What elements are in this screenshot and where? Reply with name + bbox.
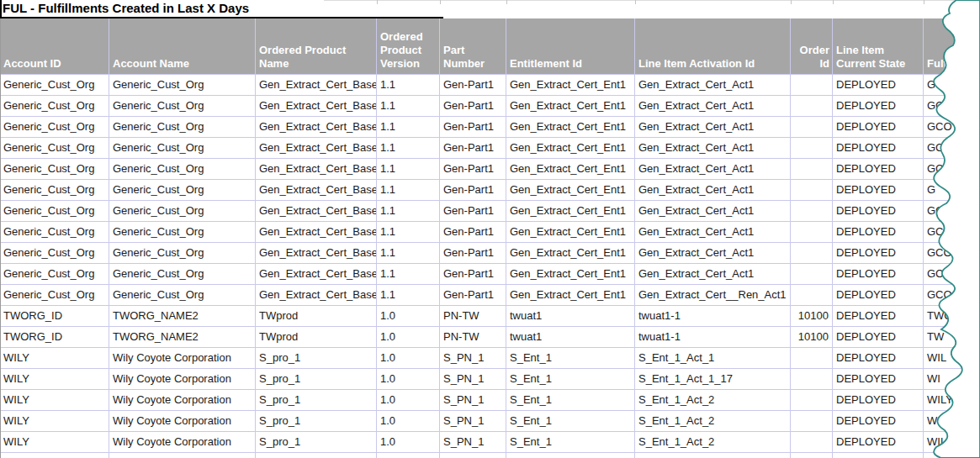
cell-fulfillment[interactable]: GCO-: [924, 201, 980, 221]
cell-fulfillment[interactable]: GCO: [924, 222, 980, 242]
cell-account_id[interactable]: Generic_Cust_Org: [0, 159, 109, 179]
cell-account_id[interactable]: Generic_Cust_Org: [0, 264, 109, 284]
cell-line_item_current_state[interactable]: DEPLOYED: [833, 264, 924, 284]
cell-order_id[interactable]: [791, 432, 833, 452]
cell-account_id[interactable]: Generic_Cust_Org: [0, 117, 109, 137]
cell-account_id[interactable]: TWORG_ID: [0, 306, 109, 326]
cell-account_id[interactable]: Generic_Cust_Org: [0, 96, 109, 116]
cell-part_number[interactable]: PN-TW: [440, 327, 506, 347]
cell-line_item_activation_id[interactable]: Gen_Extract_Cert__Ren_Act1: [635, 285, 791, 305]
cell-part_number[interactable]: S_PN_1: [440, 348, 506, 368]
cell-account_name[interactable]: Wily Coyote Corporation: [109, 432, 256, 452]
cell-account_name[interactable]: Generic_Cust_Org: [109, 75, 256, 95]
cell-entitlement_id[interactable]: Gen_Extract_Cert_Ent1: [506, 138, 635, 158]
cell-line_item_activation_id[interactable]: S_Ent_1_Act_2: [635, 432, 791, 452]
cell-line_item_current_state[interactable]: DEPLOYED: [833, 306, 924, 326]
cell-fulfillment[interactable]: WI: [924, 369, 980, 389]
cell-line_item_current_state[interactable]: DEPLOYED: [833, 201, 924, 221]
column-header-entitlement_id[interactable]: Entitlement Id: [506, 18, 635, 74]
cell-ordered_product_name[interactable]: TWprod: [256, 327, 377, 347]
cell-ordered_product_version[interactable]: 1.1: [377, 138, 440, 158]
cell-entitlement_id[interactable]: Gen_Extract_Cert_Ent1: [506, 96, 635, 116]
cell-part_number[interactable]: Gen-Part1: [440, 264, 506, 284]
cell-entitlement_id[interactable]: Gen_Extract_Cert_Ent1: [506, 159, 635, 179]
cell-ordered_product_version[interactable]: 1.1: [377, 96, 440, 116]
cell-account_id[interactable]: Generic_Cust_Org: [0, 180, 109, 200]
cell-account_name[interactable]: Wily Coyote Corporation: [109, 411, 256, 431]
cell-part_number[interactable]: Gen-Part1: [440, 222, 506, 242]
cell-part_number[interactable]: S_PN_1: [440, 390, 506, 410]
cell-account_name[interactable]: Generic_Cust_Org: [109, 180, 256, 200]
cell-ordered_product_version[interactable]: 1.0: [377, 348, 440, 368]
cell-order_id[interactable]: [791, 117, 833, 137]
cell-ordered_product_name[interactable]: Gen_Extract_Cert_Base: [256, 222, 377, 242]
cell-order_id[interactable]: [791, 453, 833, 458]
cell-ordered_product_name[interactable]: S_pro_1: [256, 369, 377, 389]
cell-fulfillment[interactable]: W: [924, 453, 980, 458]
column-header-line_item_current_state[interactable]: Line Item Current State: [833, 18, 924, 74]
cell-line_item_current_state[interactable]: DEPLOYED: [833, 369, 924, 389]
cell-line_item_current_state[interactable]: DEPLOYED: [833, 159, 924, 179]
cell-part_number[interactable]: Gen-Part1: [440, 117, 506, 137]
cell-line_item_current_state[interactable]: DEPLOYED: [833, 243, 924, 263]
cell-ordered_product_name[interactable]: Gen_Extract_Cert_Base: [256, 117, 377, 137]
cell-entitlement_id[interactable]: Gen_Extract_Cert_Ent1: [506, 264, 635, 284]
cell-account_id[interactable]: WILY: [0, 369, 109, 389]
cell-ordered_product_version[interactable]: 1.0: [377, 432, 440, 452]
cell-ordered_product_name[interactable]: Gen_Extract_Cert_Base: [256, 96, 377, 116]
cell-entitlement_id[interactable]: S_Ent_1: [506, 390, 635, 410]
cell-line_item_activation_id[interactable]: S_Ent_1_Act_2: [635, 390, 791, 410]
cell-entitlement_id[interactable]: S_Ent_1: [506, 348, 635, 368]
cell-account_id[interactable]: Generic_Cust_Org: [0, 285, 109, 305]
column-header-fulfillment[interactable]: Fulfi: [924, 18, 980, 74]
cell-fulfillment[interactable]: GCO: [924, 285, 980, 305]
cell-line_item_current_state[interactable]: DEPLOYED: [833, 96, 924, 116]
cell-part_number[interactable]: Gen-Part1: [440, 243, 506, 263]
cell-ordered_product_version[interactable]: 1.1: [377, 75, 440, 95]
cell-ordered_product_name[interactable]: S_pro_1: [256, 453, 377, 458]
cell-part_number[interactable]: Gen-Part1: [440, 138, 506, 158]
cell-fulfillment[interactable]: GCO-: [924, 159, 980, 179]
cell-account_name[interactable]: Wily Coyote Corporation: [109, 453, 256, 458]
cell-line_item_activation_id[interactable]: Gen_Extract_Cert_Act1: [635, 243, 791, 263]
cell-ordered_product_version[interactable]: 1.0: [377, 411, 440, 431]
cell-line_item_current_state[interactable]: DEPLOYED: [833, 180, 924, 200]
cell-ordered_product_version[interactable]: 1.0: [377, 306, 440, 326]
cell-line_item_activation_id[interactable]: Gen_Extract_Cert_Act1: [635, 117, 791, 137]
cell-line_item_current_state[interactable]: DEPLOYED: [833, 285, 924, 305]
cell-fulfillment[interactable]: TW: [924, 327, 980, 347]
cell-line_item_current_state[interactable]: DEPLOYED: [833, 222, 924, 242]
cell-entitlement_id[interactable]: Gen_Extract_Cert_Ent1: [506, 201, 635, 221]
cell-line_item_activation_id[interactable]: S_Ent_1_Act_1: [635, 348, 791, 368]
cell-ordered_product_name[interactable]: TWprod: [256, 306, 377, 326]
cell-account_name[interactable]: Wily Coyote Corporation: [109, 369, 256, 389]
cell-order_id[interactable]: [791, 411, 833, 431]
cell-ordered_product_version[interactable]: 1.1: [377, 159, 440, 179]
cell-line_item_current_state[interactable]: DEPLOYED: [833, 348, 924, 368]
column-header-account_id[interactable]: Account ID: [0, 18, 109, 74]
column-header-ordered_product_version[interactable]: Ordered Product Version: [377, 18, 440, 74]
column-header-line_item_activation_id[interactable]: Line Item Activation Id: [635, 18, 791, 74]
cell-entitlement_id[interactable]: Gen_Extract_Cert_Ent1: [506, 75, 635, 95]
cell-account_name[interactable]: Wily Coyote Corporation: [109, 348, 256, 368]
cell-line_item_activation_id[interactable]: Gen_Extract_Cert_Act1: [635, 264, 791, 284]
cell-entitlement_id[interactable]: twuat1: [506, 327, 635, 347]
cell-part_number[interactable]: Gen-Part1: [440, 75, 506, 95]
cell-part_number[interactable]: Gen-Part1: [440, 96, 506, 116]
cell-ordered_product_version[interactable]: 1.0: [377, 453, 440, 458]
cell-line_item_activation_id[interactable]: S_Ent_1_Act_2: [635, 411, 791, 431]
cell-line_item_activation_id[interactable]: twuat1-1: [635, 306, 791, 326]
cell-line_item_activation_id[interactable]: Gen_Extract_Cert_Act1: [635, 222, 791, 242]
cell-entitlement_id[interactable]: twuat1: [506, 306, 635, 326]
column-header-order_id[interactable]: Order Id: [791, 18, 833, 74]
cell-fulfillment[interactable]: WIL: [924, 348, 980, 368]
cell-entitlement_id[interactable]: Gen_Extract_Cert_Ent1: [506, 222, 635, 242]
cell-account_name[interactable]: Generic_Cust_Org: [109, 243, 256, 263]
column-header-ordered_product_name[interactable]: Ordered Product Name: [256, 18, 377, 74]
cell-part_number[interactable]: S_PN_1: [440, 432, 506, 452]
cell-part_number[interactable]: S_PN_1: [440, 411, 506, 431]
cell-account_id[interactable]: WILY: [0, 348, 109, 368]
cell-fulfillment[interactable]: GCO: [924, 243, 980, 263]
cell-line_item_activation_id[interactable]: twuat1-1: [635, 327, 791, 347]
cell-account_name[interactable]: Generic_Cust_Org: [109, 264, 256, 284]
